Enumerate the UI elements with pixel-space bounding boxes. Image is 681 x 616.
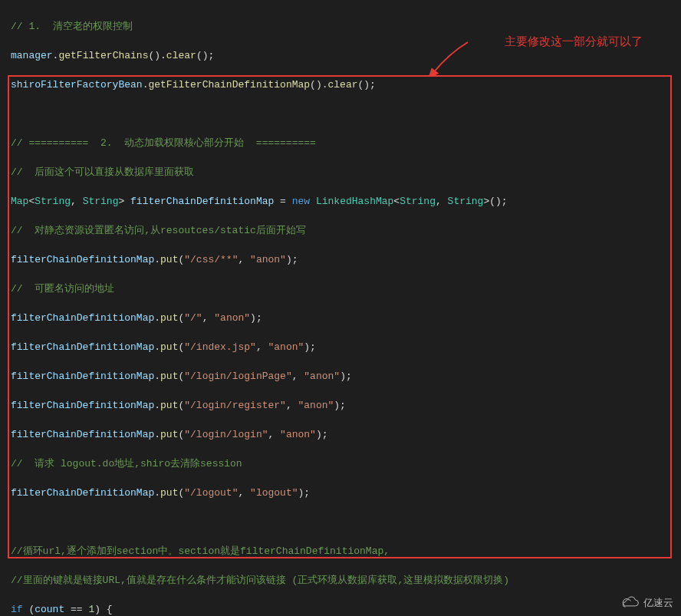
code-line: filterChainDefinitionMap.put("/logout", …	[11, 486, 670, 500]
comment-line: //循环url,逐个添加到section中。section就是filterCha…	[11, 544, 670, 558]
code-line: filterChainDefinitionMap.put("/login/log…	[11, 427, 670, 442]
code-line: filterChainDefinitionMap.put("/login/reg…	[11, 398, 670, 413]
comment-line: // 1. 清空老的权限控制	[11, 19, 670, 34]
comment-line: // 对静态资源设置匿名访问,从resoutces/static后面开始写	[11, 223, 670, 238]
comment-line: // 后面这个可以直接从数据库里面获取	[11, 165, 670, 180]
cloud-icon	[620, 596, 640, 610]
code-line: filterChainDefinitionMap.put("/login/log…	[11, 369, 670, 384]
watermark: 亿速云	[620, 595, 673, 610]
comment-line: //里面的键就是链接URL,值就是存在什么条件才能访问该链接 (正式环境从数据库…	[11, 573, 670, 588]
code-line: Map<String, String> filterChainDefinitio…	[11, 194, 670, 209]
annotation-text: 主要修改这一部分就可以了	[505, 34, 643, 48]
code-editor[interactable]: // 1. 清空老的权限控制 manager.getFilterChains()…	[0, 0, 681, 616]
blank-line	[11, 515, 670, 529]
code-line: manager.getFilterChains().clear();	[11, 48, 670, 63]
comment-line: // ========== 2. 动态加载权限核心部分开始 ==========	[11, 136, 670, 150]
code-line: filterChainDefinitionMap.put("/index.jsp…	[11, 340, 670, 354]
watermark-text: 亿速云	[643, 595, 673, 610]
code-line: filterChainDefinitionMap.put("/", "anon"…	[11, 311, 670, 325]
blank-line	[11, 107, 670, 121]
comment-line: // 可匿名访问的地址	[11, 282, 670, 296]
comment-line: // 请求 logout.do地址,shiro去清除session	[11, 456, 670, 471]
code-line: shiroFilterFactoryBean.getFilterChainDef…	[11, 77, 670, 92]
code-line: filterChainDefinitionMap.put("/css/**", …	[11, 252, 670, 267]
code-line: if (count == 1) {	[11, 602, 670, 616]
